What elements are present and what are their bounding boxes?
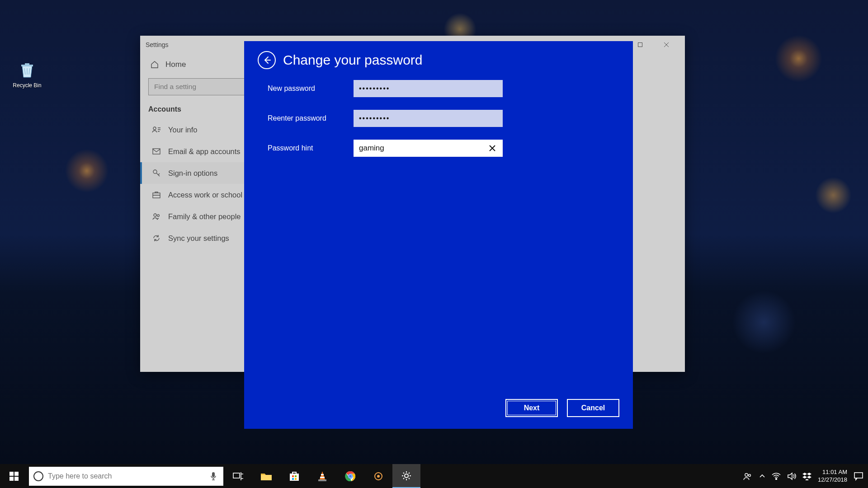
taskbar: Type here to search 11:01 AM 12/27/2018 [0, 464, 868, 488]
vlc-icon [317, 470, 328, 482]
svg-rect-16 [292, 478, 294, 480]
svg-point-5 [154, 214, 156, 216]
sidebar-item-label: Sign-in options [168, 169, 217, 178]
task-view-button[interactable] [224, 464, 252, 488]
taskbar-search-placeholder: Type here to search [48, 472, 205, 480]
recycle-bin-icon [16, 59, 38, 80]
action-center-icon[interactable] [854, 472, 863, 481]
next-button[interactable]: Next [505, 399, 558, 417]
svg-rect-11 [212, 472, 215, 477]
gear-icon [401, 470, 412, 482]
svg-point-30 [776, 478, 777, 479]
sidebar-item-label: Access work or school [168, 191, 242, 199]
svg-rect-9 [9, 477, 14, 481]
briefcase-icon [152, 190, 161, 199]
cancel-button[interactable]: Cancel [567, 399, 619, 417]
back-button[interactable] [258, 51, 276, 69]
svg-rect-15 [295, 475, 297, 477]
svg-point-28 [745, 473, 748, 476]
svg-rect-12 [233, 473, 240, 478]
start-button[interactable] [0, 464, 28, 488]
password-hint-input[interactable] [354, 140, 503, 157]
svg-rect-17 [295, 478, 297, 480]
system-tray: 11:01 AM 12/27/2018 [738, 469, 868, 483]
svg-point-29 [749, 474, 751, 476]
mail-icon [152, 147, 161, 156]
svg-rect-18 [321, 474, 324, 475]
key-icon [152, 169, 161, 178]
svg-point-3 [153, 170, 157, 174]
svg-rect-20 [318, 479, 326, 481]
store-icon [288, 470, 300, 482]
svg-point-6 [157, 215, 160, 217]
clock-date: 12/27/2018 [818, 476, 847, 483]
folder-icon [260, 471, 273, 482]
svg-rect-8 [14, 472, 19, 476]
windows-icon [9, 471, 19, 481]
change-password-modal: Change your password New password Reente… [244, 41, 633, 429]
svg-point-1 [153, 127, 156, 130]
wifi-icon[interactable] [772, 473, 781, 480]
microphone-icon[interactable] [210, 472, 219, 481]
svg-point-27 [405, 474, 408, 478]
svg-rect-2 [153, 149, 160, 154]
volume-icon[interactable] [787, 472, 796, 480]
recycle-bin-label: Recycle Bin [6, 82, 48, 89]
clear-input-button[interactable] [485, 140, 500, 157]
svg-rect-13 [290, 474, 299, 481]
home-icon [150, 60, 159, 69]
person-card-icon [152, 125, 161, 134]
new-password-label: New password [268, 84, 354, 93]
file-explorer-button[interactable] [252, 464, 280, 488]
taskbar-clock[interactable]: 11:01 AM 12/27/2018 [818, 469, 847, 483]
sidebar-item-label: Sync your settings [168, 234, 229, 243]
tray-chevron-icon[interactable] [759, 473, 765, 479]
password-hint-label: Password hint [268, 144, 354, 152]
dropbox-tray-icon[interactable] [802, 472, 811, 480]
sidebar-item-label: Family & other people [168, 212, 241, 221]
recycle-bin[interactable]: Recycle Bin [6, 59, 48, 89]
vlc-button[interactable] [308, 464, 336, 488]
svg-rect-19 [320, 477, 325, 478]
sidebar-item-label: Your info [168, 126, 198, 134]
svg-rect-10 [14, 477, 19, 481]
people-icon [152, 212, 161, 221]
window-close-button[interactable] [653, 36, 679, 54]
svg-rect-7 [9, 472, 14, 476]
chrome-button[interactable] [336, 464, 364, 488]
taskbar-search[interactable]: Type here to search [29, 467, 223, 486]
window-title: Settings [146, 41, 169, 48]
svg-rect-31 [854, 473, 863, 478]
svg-point-26 [377, 475, 380, 478]
new-password-input[interactable] [354, 80, 503, 97]
app-button[interactable] [364, 464, 392, 488]
sync-icon [152, 234, 161, 243]
people-tray-icon[interactable] [743, 471, 753, 481]
home-label: Home [165, 60, 186, 69]
svg-rect-14 [292, 475, 294, 477]
reenter-password-input[interactable] [354, 110, 503, 127]
cortana-icon [33, 471, 43, 481]
task-view-icon [232, 471, 244, 481]
close-icon [489, 145, 496, 152]
modal-title: Change your password [283, 52, 423, 68]
svg-rect-0 [638, 43, 642, 47]
sidebar-item-label: Email & app accounts [168, 147, 241, 156]
reenter-password-label: Reenter password [268, 114, 354, 122]
settings-taskbar-button[interactable] [392, 464, 420, 488]
chrome-icon [344, 470, 356, 482]
clock-time: 11:01 AM [818, 469, 847, 476]
sun-gear-icon [373, 470, 384, 482]
svg-point-24 [349, 474, 352, 477]
arrow-left-icon [262, 55, 272, 65]
microsoft-store-button[interactable] [280, 464, 308, 488]
